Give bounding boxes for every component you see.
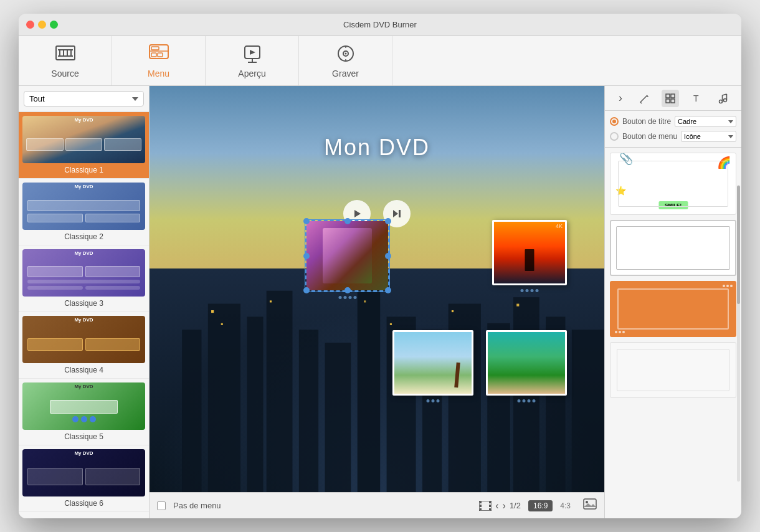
rp-frame-3[interactable] <box>610 281 736 337</box>
svg-rect-10 <box>158 53 163 57</box>
rp-frame-2[interactable] <box>610 220 736 276</box>
text-icon: T <box>691 93 703 104</box>
sidebar-list: My DVD Classique 1 <box>19 112 149 518</box>
svg-rect-45 <box>399 210 401 217</box>
sidebar-label-1: Classique 1 <box>22 166 145 174</box>
svg-rect-34 <box>572 330 604 492</box>
resize-handle-tl[interactable] <box>303 218 310 224</box>
next-page-button[interactable]: › <box>503 500 506 511</box>
tab-graver[interactable]: Graver <box>299 36 392 85</box>
play-icon <box>352 209 362 219</box>
text-tool-button[interactable]: T <box>688 90 706 107</box>
tab-menu[interactable]: Menu <box>112 36 206 85</box>
grid-tool-button[interactable] <box>662 90 679 107</box>
image-icon <box>583 498 597 510</box>
frame-border-4 <box>617 349 729 391</box>
resize-handle-tr[interactable] <box>385 218 391 224</box>
image-settings-button[interactable] <box>583 498 597 513</box>
sidebar-label-3: Classique 3 <box>22 299 145 308</box>
canvas-thumb-3[interactable] <box>392 330 473 396</box>
rp-frame-4[interactable] <box>610 342 736 398</box>
panel-back-button[interactable]: › <box>614 90 627 107</box>
maximize-button[interactable] <box>50 21 58 29</box>
svg-rect-23 <box>247 316 263 492</box>
ratio-4-3-button[interactable]: 4:3 <box>555 500 576 511</box>
svg-rect-11 <box>151 47 159 50</box>
svg-rect-21 <box>182 330 201 492</box>
resize-handle-br[interactable] <box>385 287 391 293</box>
thumb-dvd-label-5: My DVD <box>74 384 93 389</box>
sidebar-thumb-2: My DVD <box>22 183 145 230</box>
rp-options: Bouton de titre Cadre Bouton de menu Icô… <box>605 111 741 148</box>
scrollbar-thumb[interactable] <box>737 186 740 304</box>
bottom-bar: Pas de menu ‹ › 1/2 <box>150 492 604 518</box>
scrollbar-track[interactable] <box>737 185 740 482</box>
thumb-inner-4 <box>488 332 565 394</box>
svg-marker-13 <box>250 50 255 55</box>
canvas-thumb-2[interactable]: 4K <box>492 220 567 285</box>
content-area: Mon DVD <box>150 86 604 518</box>
resize-handle-bm[interactable] <box>344 287 351 293</box>
tab-source[interactable]: Source <box>19 36 112 85</box>
apercu-icon <box>242 44 263 65</box>
resize-handle-bl[interactable] <box>303 287 310 293</box>
prev-page-button[interactable]: ‹ <box>495 500 498 511</box>
bouton-titre-label: Bouton de titre <box>622 117 671 126</box>
ratio-16-9-button[interactable]: 16:9 <box>528 500 553 511</box>
resize-handle-tm[interactable] <box>344 218 351 224</box>
svg-marker-55 <box>584 503 596 507</box>
sidebar-filter[interactable]: Tout <box>19 86 149 112</box>
dvd-canvas[interactable]: Mon DVD <box>150 86 604 492</box>
pas-de-menu-checkbox[interactable] <box>157 501 166 510</box>
sidebar-thumb-3: My DVD <box>22 249 145 297</box>
svg-rect-49 <box>480 508 482 510</box>
frame-border-3 <box>617 288 729 330</box>
page-nav: ‹ › 1/2 <box>479 500 521 511</box>
sidebar-thumb-1: My DVD <box>22 116 145 163</box>
svg-rect-48 <box>480 505 482 507</box>
rp-frame-1[interactable]: 📎 🌈 ⭐ SMILE! <box>610 153 736 215</box>
thumb-dvd-label-3: My DVD <box>74 250 93 256</box>
sidebar-item-classique5[interactable]: My DVD Classique 5 <box>19 379 149 445</box>
thumb-inner-1 <box>306 221 388 290</box>
canvas-thumb-1[interactable] <box>305 220 389 292</box>
music-tool-button[interactable] <box>715 90 732 107</box>
svg-line-56 <box>640 95 647 102</box>
bouton-menu-select[interactable]: Icône <box>681 131 736 142</box>
thumb-inner-3 <box>394 332 472 394</box>
svg-rect-53 <box>584 499 596 509</box>
sidebar-item-classique3[interactable]: My DVD Classique 3 <box>19 245 149 312</box>
svg-rect-0 <box>56 46 75 60</box>
svg-rect-22 <box>208 304 240 492</box>
bouton-menu-label: Bouton de menu <box>622 132 677 141</box>
resize-handle-ml[interactable] <box>303 253 310 259</box>
svg-rect-36 <box>221 323 223 325</box>
right-panel: › <box>604 86 741 518</box>
edit-tool-button[interactable] <box>635 90 653 107</box>
bouton-titre-row: Bouton de titre Cadre <box>610 116 736 127</box>
bouton-menu-radio[interactable] <box>610 132 619 141</box>
bouton-titre-select[interactable]: Cadre <box>675 116 736 127</box>
source-label: Source <box>51 69 78 78</box>
dvd-canvas-area[interactable]: Mon DVD <box>150 86 604 492</box>
graver-icon <box>335 44 356 65</box>
close-button[interactable] <box>26 21 34 29</box>
canvas-thumb-4[interactable] <box>486 330 567 396</box>
titlebar: Cisdem DVD Burner <box>19 14 741 36</box>
resize-handle-mr[interactable] <box>385 253 391 259</box>
tab-apercu[interactable]: Aperçu <box>206 36 299 85</box>
svg-line-58 <box>640 102 642 103</box>
graver-label: Graver <box>332 69 359 78</box>
bouton-titre-radio[interactable] <box>610 117 619 126</box>
sidebar-item-classique1[interactable]: My DVD Classique 1 <box>19 112 149 179</box>
filter-select[interactable]: Tout <box>24 91 144 107</box>
sidebar-item-classique6[interactable]: My DVD Classique 6 <box>19 445 149 512</box>
svg-rect-9 <box>151 53 156 57</box>
minimize-button[interactable] <box>38 21 46 29</box>
svg-rect-26 <box>325 343 351 492</box>
sidebar-item-classique2[interactable]: My DVD Classique 2 <box>19 179 149 245</box>
dvd-title: Mon DVD <box>150 135 604 161</box>
svg-point-18 <box>344 52 346 54</box>
sidebar-item-classique4[interactable]: My DVD Classique 4 <box>19 312 149 379</box>
thumb-dvd-label-6: My DVD <box>74 450 93 456</box>
